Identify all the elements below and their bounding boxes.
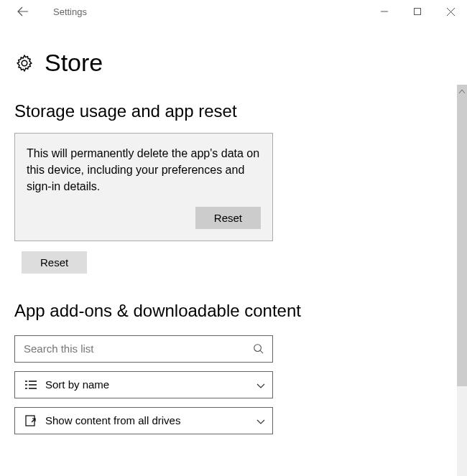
scrollbar-thumb[interactable] — [457, 85, 467, 386]
window-title: Settings — [37, 6, 368, 17]
maximize-icon — [414, 8, 421, 15]
chevron-up-icon — [459, 90, 465, 93]
search-placeholder: Search this list — [24, 342, 244, 355]
minimize-button[interactable] — [368, 0, 401, 23]
svg-rect-0 — [415, 9, 421, 15]
close-icon — [447, 8, 455, 16]
drive-icon — [24, 415, 38, 426]
page-title: Store — [45, 49, 103, 77]
scrollbar-up-button[interactable] — [457, 86, 467, 96]
gear-icon — [14, 53, 34, 73]
maximize-button[interactable] — [401, 0, 434, 23]
section-title-addons: App add-ons & downloadable content — [14, 301, 441, 321]
drive-filter-label: Show content from all drives — [45, 414, 249, 426]
drive-filter-dropdown[interactable]: Show content from all drives — [14, 407, 273, 434]
content-area: Store Storage usage and app reset This w… — [0, 23, 456, 476]
close-button[interactable] — [434, 0, 467, 23]
chevron-down-icon — [256, 378, 265, 391]
page-header: Store — [14, 49, 441, 77]
reset-button[interactable]: Reset — [22, 251, 87, 274]
back-button[interactable] — [9, 0, 37, 23]
svg-point-1 — [254, 345, 261, 352]
section-title-storage: Storage usage and app reset — [14, 101, 441, 121]
titlebar: Settings — [0, 0, 467, 23]
minimize-icon — [381, 8, 388, 15]
chevron-down-icon — [256, 414, 265, 426]
reset-warning-text: This will permanently delete the app's d… — [27, 145, 261, 195]
reset-confirm-button[interactable]: Reset — [195, 207, 261, 229]
search-input[interactable]: Search this list — [14, 335, 273, 363]
scrollbar-track[interactable] — [457, 85, 467, 476]
search-icon — [251, 343, 265, 354]
back-arrow-icon — [17, 6, 29, 17]
sort-icon — [24, 380, 38, 390]
reset-confirmation-callout: This will permanently delete the app's d… — [14, 133, 273, 241]
sort-label: Sort by name — [45, 378, 249, 391]
sort-dropdown[interactable]: Sort by name — [14, 371, 273, 398]
